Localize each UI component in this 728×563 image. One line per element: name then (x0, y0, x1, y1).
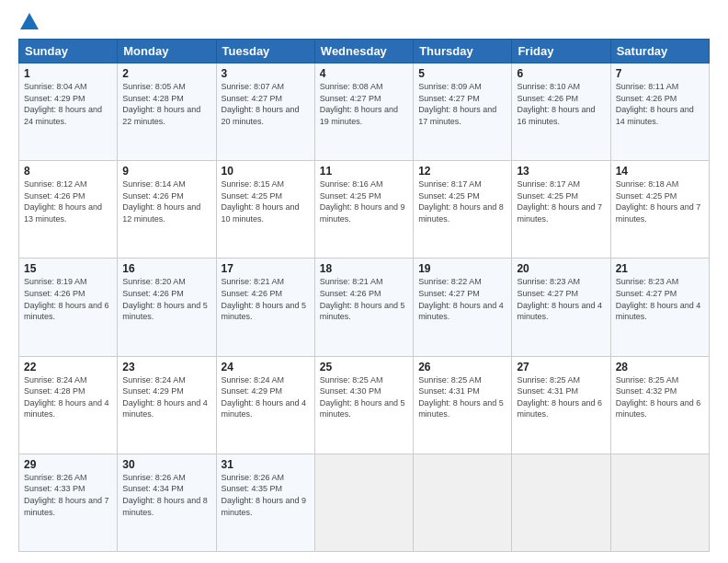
day-cell-21: 21Sunrise: 8:23 AM Sunset: 4:27 PM Dayli… (610, 259, 709, 356)
day-cell-22: 22Sunrise: 8:24 AM Sunset: 4:28 PM Dayli… (19, 356, 118, 454)
day-info: Sunrise: 8:11 AM Sunset: 4:26 PM Dayligh… (616, 81, 704, 127)
day-number: 11 (320, 165, 408, 178)
day-number: 6 (517, 67, 605, 80)
day-cell-7: 7Sunrise: 8:11 AM Sunset: 4:26 PM Daylig… (610, 63, 709, 161)
day-info: Sunrise: 8:21 AM Sunset: 4:26 PM Dayligh… (320, 276, 408, 322)
day-info: Sunrise: 8:23 AM Sunset: 4:27 PM Dayligh… (616, 276, 704, 322)
day-number: 18 (320, 262, 408, 275)
day-number: 31 (222, 458, 310, 471)
day-number: 17 (222, 262, 310, 275)
day-info: Sunrise: 8:09 AM Sunset: 4:27 PM Dayligh… (418, 81, 506, 127)
day-number: 15 (24, 262, 112, 275)
day-number: 1 (24, 67, 112, 80)
calendar-table: SundayMondayTuesdayWednesdayThursdayFrid… (18, 39, 710, 552)
day-info: Sunrise: 8:16 AM Sunset: 4:25 PM Dayligh… (320, 178, 408, 224)
day-info: Sunrise: 8:25 AM Sunset: 4:31 PM Dayligh… (517, 374, 605, 420)
day-info: Sunrise: 8:24 AM Sunset: 4:28 PM Dayligh… (24, 374, 112, 420)
day-info: Sunrise: 8:22 AM Sunset: 4:27 PM Dayligh… (418, 276, 506, 322)
day-info: Sunrise: 8:08 AM Sunset: 4:27 PM Dayligh… (320, 81, 408, 127)
day-info: Sunrise: 8:12 AM Sunset: 4:26 PM Dayligh… (24, 178, 112, 224)
empty-cell (314, 454, 413, 551)
weekday-header-tuesday: Tuesday (216, 40, 314, 63)
day-cell-17: 17Sunrise: 8:21 AM Sunset: 4:26 PM Dayli… (216, 259, 314, 356)
weekday-header-sunday: Sunday (19, 40, 118, 63)
day-number: 28 (616, 361, 704, 373)
weekday-header-saturday: Saturday (610, 40, 709, 63)
day-cell-8: 8Sunrise: 8:12 AM Sunset: 4:26 PM Daylig… (19, 161, 118, 259)
day-cell-14: 14Sunrise: 8:18 AM Sunset: 4:25 PM Dayli… (610, 161, 709, 259)
day-cell-10: 10Sunrise: 8:15 AM Sunset: 4:25 PM Dayli… (216, 161, 314, 259)
page: SundayMondayTuesdayWednesdayThursdayFrid… (0, 0, 728, 563)
weekday-header-monday: Monday (118, 40, 216, 63)
day-number: 30 (122, 458, 210, 471)
day-info: Sunrise: 8:25 AM Sunset: 4:30 PM Dayligh… (320, 374, 408, 420)
day-info: Sunrise: 8:07 AM Sunset: 4:27 PM Dayligh… (222, 81, 310, 127)
day-number: 3 (222, 67, 310, 80)
day-number: 7 (616, 67, 704, 80)
day-cell-20: 20Sunrise: 8:23 AM Sunset: 4:27 PM Dayli… (512, 259, 610, 356)
day-number: 4 (320, 67, 408, 80)
day-number: 21 (616, 262, 704, 275)
day-cell-25: 25Sunrise: 8:25 AM Sunset: 4:30 PM Dayli… (314, 356, 413, 454)
day-cell-9: 9Sunrise: 8:14 AM Sunset: 4:26 PM Daylig… (118, 161, 216, 259)
day-info: Sunrise: 8:26 AM Sunset: 4:33 PM Dayligh… (24, 472, 112, 518)
day-cell-30: 30Sunrise: 8:26 AM Sunset: 4:34 PM Dayli… (118, 454, 216, 551)
day-cell-1: 1Sunrise: 8:04 AM Sunset: 4:29 PM Daylig… (19, 63, 118, 161)
day-cell-2: 2Sunrise: 8:05 AM Sunset: 4:28 PM Daylig… (118, 63, 216, 161)
day-info: Sunrise: 8:10 AM Sunset: 4:26 PM Dayligh… (517, 81, 605, 127)
day-info: Sunrise: 8:15 AM Sunset: 4:25 PM Dayligh… (222, 178, 310, 224)
day-info: Sunrise: 8:20 AM Sunset: 4:26 PM Dayligh… (122, 276, 210, 322)
day-info: Sunrise: 8:04 AM Sunset: 4:29 PM Dayligh… (24, 81, 112, 127)
day-number: 23 (122, 361, 210, 373)
day-info: Sunrise: 8:21 AM Sunset: 4:26 PM Dayligh… (222, 276, 310, 322)
day-cell-12: 12Sunrise: 8:17 AM Sunset: 4:25 PM Dayli… (414, 161, 512, 259)
day-number: 20 (517, 262, 605, 275)
logo (18, 15, 39, 29)
day-cell-15: 15Sunrise: 8:19 AM Sunset: 4:26 PM Dayli… (19, 259, 118, 356)
day-cell-29: 29Sunrise: 8:26 AM Sunset: 4:33 PM Dayli… (19, 454, 118, 551)
day-info: Sunrise: 8:17 AM Sunset: 4:25 PM Dayligh… (517, 178, 605, 224)
day-info: Sunrise: 8:19 AM Sunset: 4:26 PM Dayligh… (24, 276, 112, 322)
day-number: 29 (24, 458, 112, 471)
day-info: Sunrise: 8:24 AM Sunset: 4:29 PM Dayligh… (222, 374, 310, 420)
day-number: 22 (24, 361, 112, 373)
day-info: Sunrise: 8:24 AM Sunset: 4:29 PM Dayligh… (122, 374, 210, 420)
day-info: Sunrise: 8:23 AM Sunset: 4:27 PM Dayligh… (517, 276, 605, 322)
day-cell-27: 27Sunrise: 8:25 AM Sunset: 4:31 PM Dayli… (512, 356, 610, 454)
day-cell-5: 5Sunrise: 8:09 AM Sunset: 4:27 PM Daylig… (414, 63, 512, 161)
day-number: 19 (418, 262, 506, 275)
empty-cell (610, 454, 709, 551)
day-cell-6: 6Sunrise: 8:10 AM Sunset: 4:26 PM Daylig… (512, 63, 610, 161)
day-number: 16 (122, 262, 210, 275)
day-cell-19: 19Sunrise: 8:22 AM Sunset: 4:27 PM Dayli… (414, 259, 512, 356)
day-cell-13: 13Sunrise: 8:17 AM Sunset: 4:25 PM Dayli… (512, 161, 610, 259)
day-info: Sunrise: 8:26 AM Sunset: 4:35 PM Dayligh… (222, 472, 310, 518)
weekday-header-thursday: Thursday (414, 40, 512, 63)
day-cell-16: 16Sunrise: 8:20 AM Sunset: 4:26 PM Dayli… (118, 259, 216, 356)
day-cell-31: 31Sunrise: 8:26 AM Sunset: 4:35 PM Dayli… (216, 454, 314, 551)
day-number: 25 (320, 361, 408, 373)
day-info: Sunrise: 8:18 AM Sunset: 4:25 PM Dayligh… (616, 178, 704, 224)
day-cell-11: 11Sunrise: 8:16 AM Sunset: 4:25 PM Dayli… (314, 161, 413, 259)
day-cell-28: 28Sunrise: 8:25 AM Sunset: 4:32 PM Dayli… (610, 356, 709, 454)
day-number: 8 (24, 165, 112, 178)
day-cell-26: 26Sunrise: 8:25 AM Sunset: 4:31 PM Dayli… (414, 356, 512, 454)
header (18, 15, 710, 29)
day-number: 9 (122, 165, 210, 178)
weekday-header-friday: Friday (512, 40, 610, 63)
day-cell-23: 23Sunrise: 8:24 AM Sunset: 4:29 PM Dayli… (118, 356, 216, 454)
logo-triangle-icon (20, 13, 39, 29)
day-number: 26 (418, 361, 506, 373)
day-number: 10 (222, 165, 310, 178)
day-number: 12 (418, 165, 506, 178)
empty-cell (512, 454, 610, 551)
day-number: 2 (122, 67, 210, 80)
day-cell-24: 24Sunrise: 8:24 AM Sunset: 4:29 PM Dayli… (216, 356, 314, 454)
calendar: SundayMondayTuesdayWednesdayThursdayFrid… (18, 39, 710, 552)
day-cell-3: 3Sunrise: 8:07 AM Sunset: 4:27 PM Daylig… (216, 63, 314, 161)
day-number: 5 (418, 67, 506, 80)
day-cell-18: 18Sunrise: 8:21 AM Sunset: 4:26 PM Dayli… (314, 259, 413, 356)
day-info: Sunrise: 8:17 AM Sunset: 4:25 PM Dayligh… (418, 178, 506, 224)
day-info: Sunrise: 8:05 AM Sunset: 4:28 PM Dayligh… (122, 81, 210, 127)
day-number: 14 (616, 165, 704, 178)
